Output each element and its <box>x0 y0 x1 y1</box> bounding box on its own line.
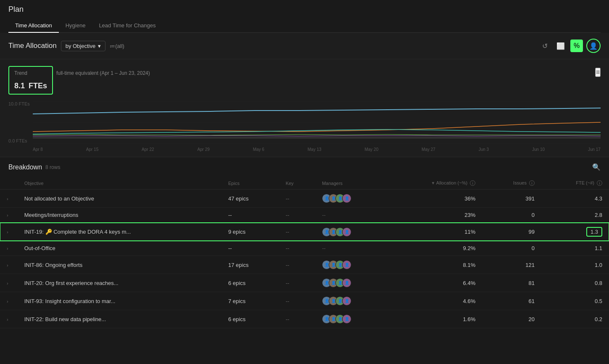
chart-list-toggle[interactable]: ≡ <box>595 68 601 77</box>
header-actions: ↺ ⬜ % 👤 <box>538 39 601 53</box>
by-objective-dropdown[interactable]: by Objective ▾ <box>61 41 106 51</box>
epics-cell: -- <box>221 208 279 223</box>
issues-cell: 391 <box>482 190 541 208</box>
section-title: Time Allocation <box>8 42 57 50</box>
managers-avatars: 👤 👤 👤 👤 <box>322 227 377 237</box>
objective-text: Not allocated to an Objective <box>24 195 94 202</box>
epics-cell: 6 epics <box>221 310 279 328</box>
table-body: › Not allocated to an Objective 47 epics… <box>0 190 609 328</box>
chart-icon-button[interactable]: ⬜ <box>554 40 567 52</box>
col-issues: Issues i <box>482 177 541 190</box>
allocation-cell: 6.4% <box>384 274 482 292</box>
managers-avatars: 👤 👤 👤 👤 <box>322 260 377 269</box>
key-cell: -- <box>279 274 316 292</box>
fte-cell: 1.1 <box>541 241 609 256</box>
table-row: › INIT-22: Build new data pipeline... 6 … <box>0 310 609 328</box>
epics-cell: 47 epics <box>221 190 279 208</box>
avatar: 👤 <box>342 314 351 324</box>
fte-cell: 0.5 <box>541 292 609 310</box>
objective-cell: Not allocated to an Objective <box>18 190 221 208</box>
expand-cell: › <box>0 310 18 328</box>
expand-button[interactable]: › <box>7 317 8 322</box>
expand-button[interactable]: › <box>7 281 8 286</box>
fte-value: 0.8 <box>595 280 602 286</box>
search-button[interactable]: 🔍 <box>592 163 601 171</box>
allocation-info-icon[interactable]: i <box>470 180 475 186</box>
allocation-cell: 36% <box>384 190 482 208</box>
managers-cell: 👤 👤 👤 👤 <box>315 292 384 310</box>
x-axis-labels: Apr 8 Apr 15 Apr 22 Apr 29 May 6 May 13 … <box>33 147 601 152</box>
key-cell: -- <box>279 310 316 328</box>
fte-value: 1.0 <box>595 262 602 268</box>
chevron-down-icon: ▾ <box>98 43 101 49</box>
col-expand <box>0 177 18 190</box>
y-axis-labels: 10.0 FTEs 0.0 FTEs <box>8 101 33 143</box>
page-title: Plan <box>8 5 601 14</box>
objective-cell: INIT-20: Org first experience reaches... <box>18 274 221 292</box>
tab-time-allocation[interactable]: Time Allocation <box>8 19 59 33</box>
expand-button[interactable]: › <box>7 246 8 251</box>
table-row: › INIT-20: Org first experience reaches.… <box>0 274 609 292</box>
tab-lead-time[interactable]: Lead Time for Changes <box>92 19 162 33</box>
managers-cell: 👤 👤 👤 👤 <box>315 256 384 274</box>
chart-svg-wrapper: 10.0 FTEs 0.0 FTEs <box>8 101 601 152</box>
key-cell: -- <box>279 256 316 274</box>
col-fte: FTE (~#) i <box>541 177 609 190</box>
fte-value: 2.8 <box>595 212 602 218</box>
avatar: 👤 <box>342 194 351 203</box>
col-allocation: ▼ Allocation (~%) i <box>384 177 482 190</box>
objective-text: Out-of-Office <box>24 245 55 251</box>
objective-text: INIT-20: Org first experience reaches... <box>24 280 119 286</box>
expand-button[interactable]: › <box>7 196 8 201</box>
expand-cell: › <box>0 223 18 241</box>
objective-cell: INIT-86: Ongoing efforts <box>18 256 221 274</box>
col-objective: Objective <box>18 177 221 190</box>
managers-cell: 👤 👤 👤 👤 <box>315 190 384 208</box>
expand-button[interactable]: › <box>7 263 8 268</box>
key-cell: -- <box>279 292 316 310</box>
page-header: Plan Time Allocation Hygiene Lead Time f… <box>0 0 609 33</box>
expand-cell: › <box>0 274 18 292</box>
objective-cell: INIT-93: Insight configuration to mar... <box>18 292 221 310</box>
fte-cell: 0.2 <box>541 310 609 328</box>
allocation-cell: 8.1% <box>384 256 482 274</box>
managers-avatars: 👤 👤 👤 👤 <box>322 296 377 306</box>
fte-value-highlighted: 1.3 <box>586 227 602 237</box>
issues-cell: 0 <box>482 241 541 256</box>
avatar: 👤 <box>342 260 351 269</box>
expand-cell: › <box>0 292 18 310</box>
key-cell: -- <box>279 241 316 256</box>
percent-icon-button[interactable]: % <box>570 40 583 52</box>
fte-cell: 1.0 <box>541 256 609 274</box>
epics-cell: 17 epics <box>221 256 279 274</box>
managers-avatars: 👤 👤 👤 👤 <box>322 194 377 203</box>
fte-value: 1.1 <box>595 245 602 251</box>
issues-cell: 20 <box>482 310 541 328</box>
epics-cell: 6 epics <box>221 274 279 292</box>
managers-cell: 👤 👤 👤 👤 <box>315 310 384 328</box>
breakdown-table: Objective Epics Key Managers ▼ Allocatio… <box>0 177 609 328</box>
trend-label: Trend <box>14 70 47 76</box>
expand-button[interactable]: › <box>7 213 8 218</box>
refresh-icon-button[interactable]: ↺ <box>538 40 551 52</box>
issues-cell: 99 <box>482 223 541 241</box>
objective-cell: Meetings/Interruptions <box>18 208 221 223</box>
expand-cell: › <box>0 190 18 208</box>
filter-button[interactable]: ≔(all) <box>110 43 124 49</box>
trend-value: 8.1 FTEs <box>14 77 47 90</box>
objective-text: INIT-93: Insight configuration to mar... <box>24 298 116 304</box>
fte-cell: 0.8 <box>541 274 609 292</box>
issues-info-icon[interactable]: i <box>529 180 535 186</box>
fte-cell: 2.8 <box>541 208 609 223</box>
user-icon-button[interactable]: 👤 <box>586 39 601 53</box>
expand-button[interactable]: › <box>7 229 8 235</box>
objective-cell: Out-of-Office <box>18 241 221 256</box>
expand-button[interactable]: › <box>7 299 8 304</box>
tab-hygiene[interactable]: Hygiene <box>59 19 92 33</box>
managers-avatars: 👤 👤 👤 👤 <box>322 314 377 324</box>
objective-text: Meetings/Interruptions <box>24 212 79 218</box>
allocation-cell: 1.6% <box>384 310 482 328</box>
allocation-cell: 4.6% <box>384 292 482 310</box>
fte-info-icon[interactable]: i <box>597 180 602 186</box>
managers-cell: -- <box>315 241 384 256</box>
